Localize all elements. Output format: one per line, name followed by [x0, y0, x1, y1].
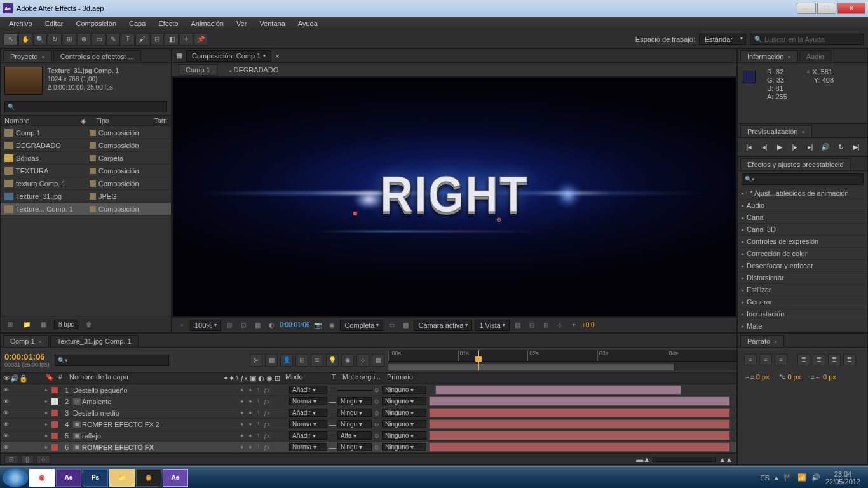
tab-parrafo[interactable]: Párrafo×	[740, 335, 784, 347]
zoom-in-button[interactable]: ▲▲	[719, 456, 733, 463]
toggle-switches-button[interactable]: ⊞	[4, 455, 18, 464]
effects-category[interactable]: Generar	[738, 296, 867, 308]
autokeyframe-button[interactable]: ◉	[341, 354, 354, 367]
brainstorm-button[interactable]: 💡	[326, 354, 339, 367]
project-row[interactable]: Texture... Comp. 1Composición	[1, 203, 171, 215]
time-ruler[interactable]: :00s 01s 02s 03s 04s	[388, 350, 736, 370]
toggle-modes-button[interactable]: {}	[21, 455, 34, 464]
effects-category[interactable]: Estilizar	[738, 284, 867, 296]
camera-tool[interactable]: ⊞	[62, 33, 76, 46]
tab-efectos-ajustes[interactable]: Efectos y ajustes preestablecid	[740, 158, 851, 170]
zoom-tool[interactable]: 🔍	[33, 33, 47, 46]
eraser-tool[interactable]: ◧	[165, 33, 179, 46]
layer-icon[interactable]: ▦	[176, 51, 182, 60]
tray-flag-icon[interactable]: 🏴	[783, 473, 792, 482]
project-search-input[interactable]	[4, 101, 167, 112]
ram-preview-button[interactable]: ▶|	[850, 142, 862, 152]
timeline-search-input[interactable]	[55, 355, 169, 366]
toggle-parent-button[interactable]: ⊹	[36, 455, 50, 464]
roto-tool[interactable]: ✧	[179, 33, 193, 46]
effects-category[interactable]: Incrustación	[738, 308, 867, 320]
menu-animacion[interactable]: Animación	[185, 20, 230, 27]
tab-informacion[interactable]: Información×	[740, 50, 798, 62]
effects-category[interactable]: Audio	[738, 200, 867, 212]
tab-proyecto[interactable]: Proyecto×	[3, 50, 52, 62]
camera-dropdown[interactable]: Cámara activa▾	[414, 320, 472, 331]
rect-tool[interactable]: ▭	[92, 33, 105, 46]
project-row[interactable]: textura Comp. 1Composición	[1, 177, 171, 190]
menu-capa[interactable]: Capa	[123, 20, 152, 27]
comp-mini-flowchart-button[interactable]: ⊱	[250, 354, 262, 367]
comp-tab-degradado[interactable]: ◂DEGRADADO	[222, 65, 285, 75]
close-comp-button[interactable]: ×	[275, 52, 279, 60]
task-ae-running[interactable]: Ae	[163, 469, 188, 487]
timeline-layer-row[interactable]: 👁 ▸ 3 Destello medio ✦✦\ƒx Añadir ▾ — Ni…	[1, 407, 736, 419]
snapshot-button[interactable]: 📷	[312, 320, 323, 331]
grid-button[interactable]: ▦	[252, 320, 263, 331]
transparency-button[interactable]: ▩	[400, 320, 411, 331]
selection-tool[interactable]: ↖	[4, 33, 18, 46]
menu-archivo[interactable]: Archivo	[3, 20, 39, 27]
mute-button[interactable]: 🔊	[820, 142, 831, 152]
zoom-out-button[interactable]: ▬▲	[636, 456, 650, 463]
interpret-footage-button[interactable]: ⊞	[4, 319, 16, 330]
task-explorer[interactable]: 📁	[109, 469, 135, 487]
timeline-button[interactable]: ⊞	[540, 320, 552, 331]
indent-right-field[interactable]: ≡← 0 px	[811, 373, 836, 381]
indent-left-field[interactable]: →≡ 0 px	[744, 373, 770, 381]
roi-button[interactable]: ▭	[386, 320, 397, 331]
menu-ventana[interactable]: Ventana	[253, 20, 291, 27]
justify-left-button[interactable]: ≣	[797, 354, 810, 365]
justify-all-button[interactable]: ≣	[843, 354, 856, 365]
align-center-button[interactable]: ≡	[759, 354, 772, 365]
timeline-layer-row[interactable]: 👁 ▸ 4 ▦ROMPER EFECTO FX 2 ✦✦\ƒx Norma ▾ …	[1, 419, 736, 430]
timeline-tab-texture[interactable]: Texture_31.jpg Comp. 1	[50, 335, 139, 347]
tray-volume-icon[interactable]: 🔊	[811, 473, 820, 482]
task-ae[interactable]: Ae	[56, 469, 81, 487]
align-left-button[interactable]: ≡	[744, 354, 757, 365]
tab-previsualizacion[interactable]: Previsualización×	[740, 125, 812, 137]
tab-audio[interactable]: Audio	[799, 50, 831, 62]
start-button[interactable]: ⊞	[3, 468, 28, 487]
new-folder-button[interactable]: 📁	[21, 319, 32, 330]
help-search-input[interactable]: 🔍Buscar en la Ayuda	[750, 34, 864, 45]
window-minimize-button[interactable]: —	[797, 3, 816, 14]
brush-tool[interactable]: 🖌	[135, 33, 149, 46]
pixel-aspect-button[interactable]: ▤	[512, 320, 524, 331]
project-row[interactable]: Texture_31.jpgJPEG	[1, 190, 171, 203]
bpc-button[interactable]: 8 bpc	[54, 320, 78, 329]
justify-right-button[interactable]: ≣	[828, 354, 841, 365]
tab-effect-controls[interactable]: Controles de efectos: ...	[53, 50, 141, 62]
prev-frame-button[interactable]: ◂|	[759, 142, 770, 152]
timeline-layer-row[interactable]: 👁 ▸ 2 ◻Ambiente ✦✦\ƒx Norma ▾ — Ningu ▾ …	[1, 396, 736, 407]
views-dropdown[interactable]: 1 Vista▾	[475, 320, 509, 331]
first-frame-button[interactable]: |◂	[743, 142, 755, 152]
safe-zones-button[interactable]: ⊡	[238, 320, 249, 331]
graph-editor-button[interactable]: ⊹	[356, 354, 369, 367]
effects-category[interactable]: Desenfocar y enfocar	[738, 260, 867, 272]
task-chrome[interactable]: ◉	[29, 469, 55, 487]
project-row[interactable]: TEXTURAComposición	[1, 165, 171, 177]
project-column-headers[interactable]: Nombre ◈ Tipo Tam	[1, 115, 171, 126]
resolution-dropdown[interactable]: Completa▾	[340, 320, 383, 331]
menu-composicion[interactable]: Composición	[69, 20, 123, 27]
viewer-timecode[interactable]: 0:00:01:06	[280, 322, 309, 329]
lang-indicator[interactable]: ES	[760, 474, 770, 482]
pan-behind-tool[interactable]: ⊕	[77, 33, 91, 46]
project-row[interactable]: SólidasCarpeta	[1, 152, 171, 165]
effects-category[interactable]: Controles de expresión	[738, 236, 867, 248]
motion-blur-button[interactable]: ≋	[311, 354, 323, 367]
play-button[interactable]: ▶	[774, 142, 785, 152]
composition-viewer[interactable]: RIGHT ⊕	[172, 77, 736, 317]
indent-first-field[interactable]: *≡ 0 px	[780, 373, 801, 381]
effects-category[interactable]: Canal 3D	[738, 224, 867, 236]
effects-category[interactable]: Mate	[738, 320, 867, 332]
effects-category[interactable]: * Ajust...ablecidos de animación	[738, 187, 867, 200]
reset-exposure-button[interactable]: ✦	[568, 320, 580, 331]
effects-category[interactable]: Canal	[738, 212, 867, 224]
rotate-tool[interactable]: ↻	[48, 33, 62, 46]
graph-editor2-button[interactable]: ▦	[372, 354, 384, 367]
frame-blend-button[interactable]: ⊞	[295, 354, 308, 367]
zoom-slider[interactable]	[653, 457, 716, 462]
timeline-timecode[interactable]: 0:00:01:06	[4, 352, 50, 362]
